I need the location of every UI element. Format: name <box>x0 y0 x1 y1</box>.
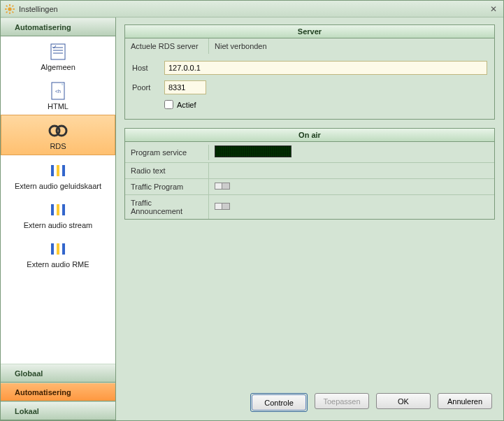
html-file-icon: <h <box>47 81 69 101</box>
svg-rect-20 <box>62 165 65 176</box>
traffic-announcement-row: Traffic Announcement <box>125 195 494 219</box>
close-icon[interactable]: ✕ <box>488 3 499 15</box>
traffic-announcement-toggle[interactable] <box>215 203 230 210</box>
accordion-automatisering-top[interactable]: Automatisering <box>1 17 115 36</box>
sidebar-item-extern-audio-rme[interactable]: Extern audio RME <box>1 234 115 273</box>
sidebar-item-algemeen[interactable]: Algemeen <box>1 36 115 76</box>
svg-rect-26 <box>62 243 65 255</box>
titlebar: Instellingen ✕ <box>1 1 503 17</box>
svg-rect-25 <box>57 243 59 255</box>
sidebar-item-rds[interactable]: RDS <box>1 115 115 155</box>
sidebar-item-label: Extern audio RME <box>27 260 89 269</box>
server-status-row: Actuele RDS server Niet verbonden <box>125 38 494 54</box>
server-status-label: Actuele RDS server <box>125 38 209 54</box>
active-label: Actief <box>177 101 196 109</box>
svg-point-0 <box>8 7 11 10</box>
sidebar-item-label: Extern audio geluidskaart <box>15 182 101 190</box>
program-service-row: Program service <box>125 142 494 163</box>
onair-section: On air Program service Radio text Traffi… <box>124 128 495 220</box>
svg-point-17 <box>57 126 66 136</box>
host-label: Host <box>132 64 164 72</box>
server-section-title: Server <box>125 25 494 38</box>
accordion-lokaal[interactable]: Lokaal <box>1 401 115 420</box>
host-input[interactable] <box>164 61 487 75</box>
sidebar-item-label: HTML <box>48 102 69 110</box>
led-display <box>215 145 291 157</box>
svg-line-7 <box>6 11 8 13</box>
traffic-program-label: Traffic Program <box>125 179 209 194</box>
server-section: Server Actuele RDS server Niet verbonden… <box>124 24 495 120</box>
host-row: Host <box>125 58 494 78</box>
window-body: Automatisering Algemeen <h HTML <box>1 17 503 420</box>
annuleren-button[interactable]: Annuleren <box>438 393 492 409</box>
sidebar-item-html[interactable]: <h HTML <box>1 76 115 115</box>
accordion-automatisering[interactable]: Automatisering <box>1 383 115 401</box>
sidebar: Automatisering Algemeen <h HTML <box>1 17 116 420</box>
port-input[interactable] <box>164 80 206 94</box>
svg-rect-19 <box>57 165 59 176</box>
svg-text:<h: <h <box>55 89 61 94</box>
svg-rect-21 <box>51 204 54 215</box>
sidebar-item-label: Extern audio stream <box>24 221 92 229</box>
onair-section-title: On air <box>125 129 494 142</box>
port-row: Poort <box>125 78 494 97</box>
audio-bars-icon <box>47 239 69 259</box>
active-checkbox[interactable] <box>164 100 173 109</box>
svg-rect-22 <box>57 204 59 215</box>
svg-line-5 <box>6 5 8 6</box>
controle-button[interactable]: Controle <box>252 394 306 411</box>
svg-rect-18 <box>51 165 54 176</box>
button-bar: Controle Toepassen OK Annuleren <box>124 389 495 415</box>
svg-rect-23 <box>62 204 65 215</box>
program-service-label: Program service <box>125 145 209 160</box>
settings-window: Instellingen ✕ Automatisering Algemeen <… <box>0 0 504 421</box>
sidebar-item-label: RDS <box>50 142 66 150</box>
radio-text-row: Radio text <box>125 163 494 179</box>
accordion-globaal[interactable]: Globaal <box>1 364 115 383</box>
rds-icon <box>47 121 69 141</box>
radio-text-value <box>209 167 494 174</box>
gear-icon <box>5 4 15 14</box>
traffic-program-toggle[interactable] <box>215 183 230 190</box>
checklist-icon <box>47 42 69 62</box>
svg-rect-9 <box>51 44 65 59</box>
active-row: Actief <box>125 97 494 112</box>
controle-focus-ring: Controle <box>250 393 308 412</box>
toepassen-button[interactable]: Toepassen <box>315 393 369 409</box>
port-label: Poort <box>132 83 164 92</box>
window-title: Instellingen <box>19 5 488 13</box>
traffic-program-row: Traffic Program <box>125 179 494 195</box>
svg-line-6 <box>13 11 14 13</box>
server-status-value: Niet verbonden <box>209 38 494 54</box>
sidebar-item-label: Algemeen <box>41 63 75 71</box>
audio-bars-icon <box>47 161 69 180</box>
radio-text-label: Radio text <box>125 163 209 178</box>
content: Server Actuele RDS server Niet verbonden… <box>116 17 503 420</box>
sidebar-item-extern-audio-stream[interactable]: Extern audio stream <box>1 194 115 234</box>
ok-button[interactable]: OK <box>376 393 431 409</box>
svg-line-8 <box>13 5 14 6</box>
audio-bars-icon <box>47 200 69 220</box>
traffic-announcement-label: Traffic Announcement <box>125 195 209 219</box>
sidebar-item-extern-audio-geluidskaart[interactable]: Extern audio geluidskaart <box>1 155 115 194</box>
nav-area: Algemeen <h HTML RDS <box>1 36 115 364</box>
svg-rect-24 <box>51 243 54 255</box>
